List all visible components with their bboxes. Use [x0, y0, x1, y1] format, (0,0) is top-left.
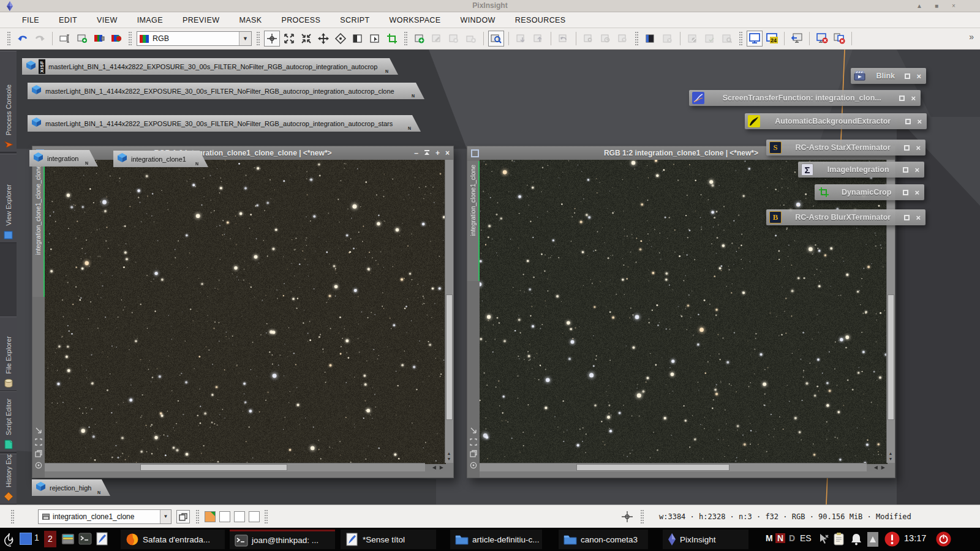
statusbar-drag-handle[interactable] [265, 510, 268, 523]
maximize-button[interactable]: + [435, 146, 440, 160]
toolbar-drag-handle[interactable] [7, 32, 10, 45]
menu-file[interactable]: FILE [12, 13, 49, 27]
file-manager-launcher-icon[interactable] [61, 532, 75, 548]
process-restore-button[interactable] [899, 96, 905, 101]
vertical-scroll-buttons[interactable]: ▲▼ [886, 449, 895, 463]
toolbar-overflow-button[interactable]: » [969, 32, 974, 42]
clock[interactable]: 13:17 [904, 533, 926, 543]
zoom-in-mode-button[interactable] [298, 31, 314, 47]
menu-window[interactable]: WINDOW [451, 13, 505, 27]
image-window-left-titlebar[interactable]: RGB 1:2 integration_clone1_clone_clone |… [32, 146, 453, 160]
menu-process[interactable]: PROCESS [271, 13, 330, 27]
process-close-button[interactable]: × [916, 143, 921, 152]
minimized-window-master-autocrop[interactable]: XISF masterLight_BIN_1_4144x2822_EXPOSUR… [22, 58, 398, 75]
process-close-button[interactable]: × [914, 188, 919, 197]
task-article-definitiu[interactable]: article-definitiu-c... [450, 530, 542, 549]
channel-extract-button[interactable] [108, 31, 124, 47]
shade-button[interactable] [424, 146, 430, 160]
revert-image-button[interactable] [556, 31, 571, 47]
process-close-button[interactable]: × [916, 72, 921, 81]
import-image-button[interactable] [513, 31, 529, 47]
task-safata-dentrada[interactable]: Safata d'entrada... [121, 530, 225, 549]
starfield-canvas-right[interactable] [480, 160, 888, 464]
toolbar-drag-handle[interactable] [739, 32, 742, 45]
edit-preview-button[interactable] [429, 31, 445, 47]
image-window-left[interactable]: RGB 1:2 integration_clone1_clone_clone |… [32, 146, 454, 478]
zoom-to-fit-button[interactable] [281, 31, 297, 47]
view-side-tab-left[interactable]: integration_clone1_clone_clone [32, 161, 45, 297]
minimized-window-master-clone[interactable]: masterLight_BIN_1_4144x2822_EXPOSURE_30_… [28, 83, 424, 99]
duplicate-view-icon[interactable] [35, 450, 42, 457]
select-view-button[interactable] [367, 31, 383, 47]
titlebar-maximize-button[interactable]: ■ [932, 2, 941, 10]
horizontal-scrollbar-thumb[interactable] [576, 464, 729, 471]
process-restore-button[interactable] [905, 73, 910, 79]
process-restore-button[interactable] [905, 119, 911, 124]
process-icon-blurxterminator[interactable]: B RC-Astro BlurXTerminator × [766, 209, 925, 225]
close-image-button[interactable] [615, 31, 631, 47]
process-restore-button[interactable] [903, 167, 908, 173]
readout-swatch-1[interactable] [219, 511, 230, 522]
dock-tab-view-explorer[interactable]: View Explorer [0, 154, 17, 243]
readout-corner-icon[interactable] [35, 462, 42, 469]
process-icon-dynamic-crop[interactable]: DynamicCrop × [815, 184, 924, 200]
fit-window-icon[interactable] [35, 438, 42, 446]
channel-selector-dropdown[interactable]: ▼ [239, 32, 251, 45]
horizontal-scrollbar-thumb[interactable] [140, 464, 287, 471]
menu-view[interactable]: VIEW [87, 13, 127, 27]
show-mask-button[interactable] [643, 31, 658, 47]
apply-stf-button[interactable] [789, 31, 805, 47]
invert-mask-button[interactable] [685, 31, 701, 47]
vertical-scrollbar-thumb[interactable] [446, 294, 453, 420]
process-icon-image-integration[interactable]: Σ ImageIntegration × [798, 162, 924, 178]
task-canon-cometa3[interactable]: canon-cometa3 [559, 530, 648, 549]
process-icon-starxterminator[interactable]: S RC-Astro StarXTerminator × [766, 140, 925, 156]
horizontal-scroll-buttons[interactable]: ◀▶ [432, 463, 443, 471]
reset-stf-button[interactable] [814, 31, 830, 47]
alert-tray-icon[interactable] [884, 531, 900, 549]
crop-mode-button[interactable] [384, 31, 400, 47]
window-manager-logo-icon[interactable] [2, 531, 17, 550]
menu-workspace[interactable]: WORKSPACE [380, 13, 451, 27]
workspace-2-button[interactable]: 2 [44, 531, 56, 547]
tray-indicator-d[interactable]: D [789, 533, 795, 543]
add-preview-button[interactable] [463, 31, 479, 47]
dock-tab-history-explorer[interactable]: History Explorer [0, 454, 17, 504]
workspace-1-button[interactable]: 1 [34, 533, 39, 542]
statusbar-drag-handle[interactable] [641, 510, 644, 523]
menu-resources[interactable]: RESOURCES [505, 13, 576, 27]
toolbar-drag-handle[interactable] [257, 32, 260, 45]
pan-mode-button[interactable] [315, 31, 331, 47]
statusbar-drag-handle[interactable] [196, 510, 199, 523]
close-button[interactable]: × [445, 146, 450, 160]
window-titlebar[interactable]: PixInsight ▲ ■ × [0, 0, 980, 12]
process-close-button[interactable]: × [914, 165, 919, 174]
view-mode-button[interactable] [176, 510, 190, 523]
readout-mode-button[interactable] [264, 31, 280, 47]
notifications-bell-tray-icon[interactable] [850, 533, 862, 548]
export-image-button[interactable] [530, 31, 546, 47]
workspace[interactable]: Process Console View Explorer File Explo… [0, 50, 980, 504]
vertical-scrollbar[interactable] [445, 160, 453, 463]
readout-swatch-2[interactable] [234, 511, 245, 522]
clone-preview-button[interactable] [446, 31, 462, 47]
image-settings-button[interactable] [581, 31, 597, 47]
show-mask-overlay-button[interactable] [719, 31, 735, 47]
process-icon-blink[interactable]: Blink × [851, 68, 926, 84]
titlebar-close-button[interactable]: × [949, 2, 958, 10]
new-preview-button[interactable] [412, 31, 428, 47]
vertical-scrollbar[interactable] [886, 160, 895, 463]
horizontal-scrollbar[interactable] [480, 463, 867, 471]
volume-tray-icon[interactable] [867, 532, 878, 547]
new-image-button[interactable] [74, 31, 90, 47]
horizontal-scrollbar[interactable] [45, 463, 425, 471]
reset-image-button[interactable] [598, 31, 614, 47]
vertical-scroll-buttons[interactable]: ▲▼ [445, 449, 453, 463]
tray-indicator-m[interactable]: M [766, 533, 773, 543]
minimized-window-master-stars[interactable]: masterLight_BIN_1_4144x2822_EXPOSURE_30_… [28, 115, 421, 132]
dock-tab-script-editor[interactable]: Script Editor [0, 391, 17, 452]
readout-swatch-color[interactable] [205, 511, 216, 522]
active-view-selector[interactable]: integration_clone1_clone ▼ [38, 509, 172, 524]
process-close-button[interactable]: × [917, 117, 922, 126]
process-restore-button[interactable] [904, 145, 910, 151]
